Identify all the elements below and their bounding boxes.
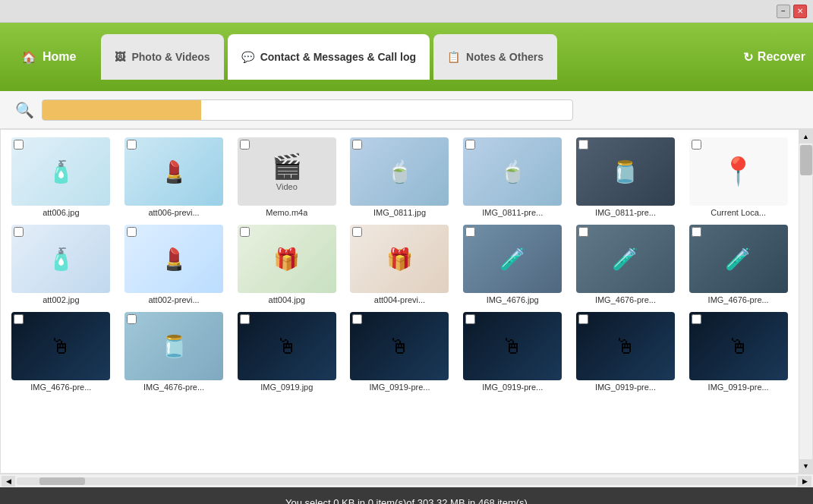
search-bar: 🔍: [0, 91, 813, 129]
item-label: att002-previ...: [148, 295, 199, 304]
item-label: IMG_4676-pre...: [30, 383, 91, 392]
item-label: IMG_0811-pre...: [482, 208, 543, 217]
list-item[interactable]: 🍵 IMG_0811-pre...: [460, 137, 566, 217]
search-icon: 🔍: [15, 101, 34, 119]
photos-tab[interactable]: 🖼 Photo & Videos: [101, 34, 223, 80]
item-checkbox[interactable]: [240, 314, 250, 324]
item-label: IMG_0919.jpg: [260, 383, 313, 392]
close-button[interactable]: ✕: [793, 5, 807, 18]
titlebar: − ✕: [0, 0, 813, 23]
item-label: IMG_0919-pre...: [595, 383, 656, 392]
content-area: 🧴 att006.jpg 💄 att006-previ... 🎬 Video M…: [0, 129, 813, 474]
home-icon: 🏠: [21, 50, 36, 65]
contacts-icon: 💬: [241, 51, 254, 63]
scroll-thumb[interactable]: [800, 145, 812, 175]
scroll-down-arrow[interactable]: ▼: [799, 459, 813, 473]
notes-icon: 📋: [447, 51, 460, 63]
list-item[interactable]: 🫙 IMG_4676-pre...: [121, 312, 227, 392]
item-checkbox[interactable]: [240, 140, 250, 150]
item-label: IMG_4676-pre...: [595, 295, 656, 304]
item-checkbox[interactable]: [692, 314, 701, 324]
search-input[interactable]: [42, 99, 573, 121]
list-item[interactable]: 🖱 IMG_0919-pre...: [573, 312, 679, 392]
item-checkbox[interactable]: [578, 140, 588, 150]
item-checkbox[interactable]: [240, 227, 250, 237]
status-bar: You select 0 KB in 0 item(s)of 303.32 MB…: [0, 487, 813, 504]
photos-icon: 🖼: [115, 51, 125, 63]
list-item[interactable]: 💄 att002-previ...: [121, 225, 227, 304]
list-item[interactable]: 🖱 IMG_0919-pre...: [460, 312, 566, 392]
item-checkbox[interactable]: [692, 227, 701, 237]
item-checkbox[interactable]: [465, 140, 475, 150]
item-label: att004-previ...: [374, 295, 425, 304]
item-label: IMG_0919-pre...: [482, 383, 543, 392]
vertical-scrollbar[interactable]: ▲ ▼: [799, 130, 812, 473]
item-checkbox[interactable]: [578, 227, 588, 237]
photos-label: Photo & Videos: [131, 51, 210, 63]
list-item[interactable]: 🖱 IMG_0919-pre...: [347, 312, 452, 392]
item-label: att006-previ...: [148, 208, 199, 217]
list-item[interactable]: 🎬 Video Memo.m4a: [234, 137, 339, 217]
item-checkbox[interactable]: [692, 140, 701, 150]
item-label: IMG_4676-pre...: [708, 295, 769, 304]
recover-label: Recover: [758, 50, 805, 64]
horizontal-scrollbar: ◀ ▶: [0, 474, 813, 487]
notes-tab[interactable]: 📋 Notes & Others: [433, 34, 557, 80]
scroll-left-arrow[interactable]: ◀: [2, 476, 15, 487]
recover-button[interactable]: ↻ Recover: [743, 50, 805, 65]
list-item[interactable]: 🧪 IMG_4676-pre...: [685, 225, 791, 304]
minimize-button[interactable]: −: [777, 5, 790, 18]
item-checkbox[interactable]: [352, 140, 362, 150]
list-item[interactable]: 🖱 IMG_0919-pre...: [685, 312, 791, 392]
scroll-right-arrow[interactable]: ▶: [798, 476, 811, 487]
list-item[interactable]: 🧪 IMG_4676-pre...: [573, 225, 679, 304]
list-item[interactable]: 💄 att006-previ...: [121, 137, 227, 217]
item-label: att002.jpg: [43, 295, 79, 304]
item-label: att004.jpg: [269, 295, 305, 304]
list-item[interactable]: 🖱 IMG_0919.jpg: [234, 312, 339, 392]
item-label: IMG_0811.jpg: [373, 208, 426, 217]
list-item[interactable]: 🫙 IMG_0811-pre...: [573, 137, 679, 217]
hscroll-track: [17, 477, 796, 485]
item-checkbox[interactable]: [352, 314, 362, 324]
contacts-label: Contact & Messages & Call log: [260, 51, 416, 63]
list-item[interactable]: 🖱 IMG_4676-pre...: [8, 312, 114, 392]
item-label: IMG_4676.jpg: [487, 295, 539, 304]
list-item[interactable]: 🧴 att002.jpg: [8, 225, 114, 304]
item-label: IMG_0811-pre...: [595, 208, 656, 217]
list-item[interactable]: 📍 Current Loca...: [685, 137, 791, 217]
list-item[interactable]: 🧴 att006.jpg: [8, 137, 114, 217]
home-tab[interactable]: 🏠 Home: [8, 34, 90, 80]
item-checkbox[interactable]: [14, 140, 24, 150]
item-checkbox[interactable]: [127, 227, 137, 237]
item-checkbox[interactable]: [465, 314, 475, 324]
notes-label: Notes & Others: [466, 51, 544, 63]
item-checkbox[interactable]: [14, 227, 24, 237]
item-checkbox[interactable]: [127, 314, 137, 324]
list-item[interactable]: 🎁 att004-previ...: [347, 225, 452, 304]
item-checkbox[interactable]: [127, 140, 137, 150]
list-item[interactable]: 🍵 IMG_0811.jpg: [347, 137, 452, 217]
contacts-tab[interactable]: 💬 Contact & Messages & Call log: [228, 34, 430, 80]
item-label: IMG_0919-pre...: [708, 383, 769, 392]
item-label: IMG_4676-pre...: [143, 383, 204, 392]
item-label: Memo.m4a: [266, 208, 307, 217]
scroll-up-arrow[interactable]: ▲: [799, 130, 813, 143]
home-label: Home: [43, 50, 76, 64]
item-checkbox[interactable]: [352, 227, 362, 237]
item-label: IMG_0919-pre...: [369, 383, 430, 392]
item-checkbox[interactable]: [465, 227, 475, 237]
file-grid: 🧴 att006.jpg 💄 att006-previ... 🎬 Video M…: [1, 130, 799, 473]
status-text: You select 0 KB in 0 item(s)of 303.32 MB…: [285, 497, 528, 505]
recover-icon: ↻: [743, 50, 753, 65]
hscroll-thumb[interactable]: [39, 477, 85, 485]
navbar: 🏠 Home 🖼 Photo & Videos 💬 Contact & Mess…: [0, 23, 813, 91]
item-label: att006.jpg: [43, 208, 79, 217]
item-checkbox[interactable]: [14, 314, 24, 324]
list-item[interactable]: 🎁 att004.jpg: [234, 225, 339, 304]
item-label: Current Loca...: [711, 208, 766, 217]
list-item[interactable]: 🧪 IMG_4676.jpg: [460, 225, 566, 304]
item-checkbox[interactable]: [578, 314, 588, 324]
